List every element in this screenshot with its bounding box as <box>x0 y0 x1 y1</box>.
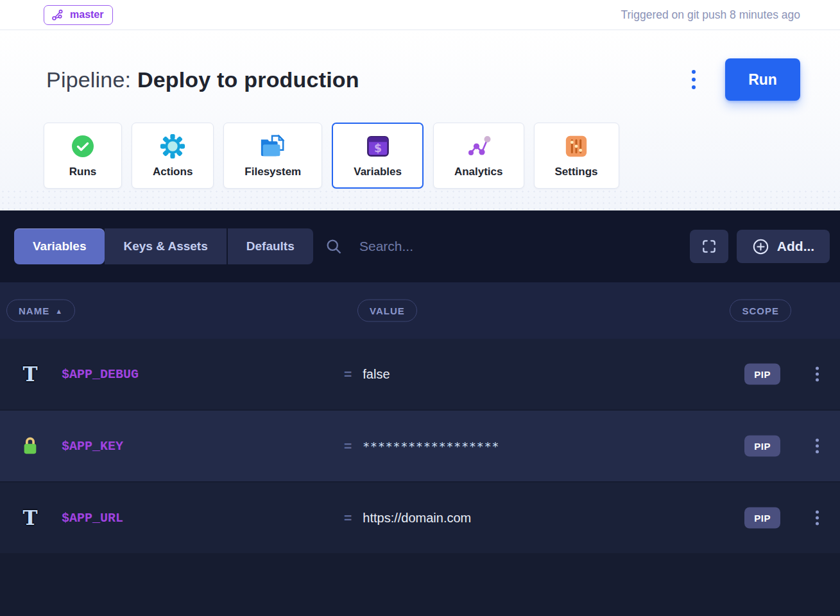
tab-defaults[interactable]: Defaults <box>227 228 313 264</box>
fullscreen-button[interactable] <box>690 230 728 263</box>
nav-card-label: Variables <box>354 166 402 178</box>
column-header-value[interactable]: VALUE <box>357 300 417 322</box>
equals-sign: = <box>344 510 352 526</box>
trigger-status-text: Triggered on git push 8 minutes ago <box>621 8 800 22</box>
chart-dots-icon <box>466 133 492 159</box>
dollar-square-icon: $ <box>366 133 390 159</box>
variable-value: https://domain.com <box>363 511 471 526</box>
pipeline-header-section: Pipeline: Deploy to production Run Runs <box>0 30 840 210</box>
pipeline-more-menu-button[interactable] <box>687 65 701 94</box>
search-icon <box>325 237 343 255</box>
column-name-label: NAME <box>19 305 49 316</box>
nav-card-label: Actions <box>153 166 193 178</box>
row-menu-button[interactable] <box>812 435 823 458</box>
section-tabs: Variables Keys & Assets Defaults <box>14 228 313 264</box>
table-header: NAME ▲ VALUE SCOPE <box>0 282 840 339</box>
page-title: Pipeline: Deploy to production <box>46 67 359 92</box>
fullscreen-icon <box>701 238 717 255</box>
row-menu-button[interactable] <box>812 507 823 529</box>
nav-card-actions[interactable]: Actions <box>132 123 214 189</box>
tab-variables[interactable]: Variables <box>14 228 105 264</box>
nav-card-variables[interactable]: $ Variables <box>332 123 424 189</box>
branch-selector-button[interactable]: master <box>44 5 113 25</box>
variable-value: false <box>363 367 390 382</box>
page-title-prefix: Pipeline: <box>46 67 131 92</box>
lock-icon <box>21 436 40 456</box>
column-scope-label: SCOPE <box>742 305 779 316</box>
variable-row-app-url[interactable]: T $APP_URL = https://domain.com PIP <box>0 483 840 553</box>
scope-badge[interactable]: PIP <box>744 364 780 385</box>
plus-circle-icon <box>752 238 769 255</box>
nav-card-runs[interactable]: Runs <box>44 123 122 189</box>
equals-sign: = <box>344 438 352 454</box>
page-title-name: Deploy to production <box>137 67 359 92</box>
nav-card-settings[interactable]: Settings <box>534 123 619 189</box>
text-type-icon: T <box>21 506 40 529</box>
scope-badge[interactable]: PIP <box>744 436 780 457</box>
title-row: Pipeline: Deploy to production Run <box>0 30 840 101</box>
folder-document-icon <box>259 133 286 159</box>
nav-card-label: Runs <box>69 166 97 178</box>
search-input[interactable] <box>359 239 552 254</box>
variables-list: T $APP_DEBUG = false PIP $APP_KEY = ****… <box>0 339 840 616</box>
run-button[interactable]: Run <box>725 58 800 101</box>
variable-row-app-key[interactable]: $APP_KEY = ****************** PIP <box>0 411 840 481</box>
pipeline-nav-cards: Runs <box>0 101 840 189</box>
nav-card-filesystem[interactable]: Filesystem <box>223 123 322 189</box>
search-area <box>325 228 552 264</box>
sliders-icon <box>564 133 588 159</box>
variable-name: $APP_KEY <box>62 439 123 454</box>
scope-badge[interactable]: PIP <box>744 508 780 529</box>
column-header-name[interactable]: NAME ▲ <box>6 300 75 322</box>
row-menu-button[interactable] <box>812 363 823 386</box>
equals-sign: = <box>344 366 352 382</box>
column-header-scope[interactable]: SCOPE <box>730 300 791 322</box>
git-branch-icon <box>51 8 64 22</box>
variable-row-app-debug[interactable]: T $APP_DEBUG = false PIP <box>0 339 840 409</box>
gear-icon <box>160 133 185 159</box>
variable-value-masked: ****************** <box>363 440 499 453</box>
variable-name: $APP_DEBUG <box>62 367 139 382</box>
variable-name: $APP_URL <box>62 511 123 526</box>
toolbar-actions: Add... <box>690 230 830 263</box>
add-variable-button[interactable]: Add... <box>737 230 830 263</box>
tab-keys-assets[interactable]: Keys & Assets <box>105 228 226 264</box>
sort-ascending-icon: ▲ <box>55 307 63 314</box>
column-value-label: VALUE <box>370 305 405 316</box>
add-button-label: Add... <box>777 239 814 254</box>
top-bar: master Triggered on git push 8 minutes a… <box>0 0 840 30</box>
nav-card-label: Settings <box>555 166 598 178</box>
variables-toolbar: Variables Keys & Assets Defaults <box>0 210 840 282</box>
nav-card-label: Filesystem <box>244 166 301 178</box>
branch-name: master <box>70 9 103 21</box>
nav-card-analytics[interactable]: Analytics <box>433 123 524 189</box>
check-circle-icon <box>70 133 96 159</box>
pipeline-page: master Triggered on git push 8 minutes a… <box>0 0 840 616</box>
text-type-icon: T <box>21 363 40 386</box>
nav-card-label: Analytics <box>454 166 503 178</box>
svg-text:$: $ <box>374 142 382 155</box>
